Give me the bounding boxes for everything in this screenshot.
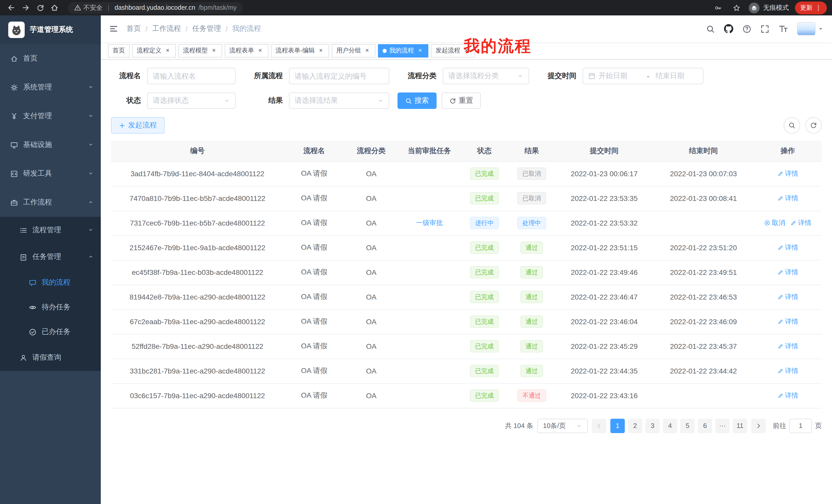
sidebar-item-workflow[interactable]: 工作流程 bbox=[0, 188, 101, 217]
tab-4[interactable]: 流程表单-编辑× bbox=[271, 44, 329, 57]
refresh-table-button[interactable] bbox=[805, 117, 822, 134]
tab-5[interactable]: 用户分组× bbox=[332, 44, 375, 57]
close-tab-icon[interactable]: × bbox=[317, 47, 324, 54]
detail-label: 详情 bbox=[785, 391, 798, 400]
tab-2[interactable]: 流程模型× bbox=[178, 44, 222, 57]
sidebar-item-system[interactable]: 系统管理 bbox=[0, 73, 101, 102]
sidebar-item-payment[interactable]: 支付管理 bbox=[0, 102, 101, 131]
owner-process-input[interactable] bbox=[295, 72, 384, 80]
sidebar-item-home[interactable]: 首页 bbox=[0, 44, 101, 73]
detail-link[interactable]: 详情 bbox=[777, 366, 798, 375]
app-logo[interactable]: 芋道管理系统 bbox=[0, 16, 101, 44]
user-avatar[interactable] bbox=[797, 22, 824, 35]
task-link[interactable]: 一级审批 bbox=[416, 218, 443, 228]
page-button-3[interactable]: 3 bbox=[645, 418, 660, 433]
tab-3[interactable]: 流程表单× bbox=[225, 44, 268, 57]
close-tab-icon[interactable]: × bbox=[364, 47, 371, 54]
sidebar-item-todo-tasks[interactable]: 待办任务 bbox=[0, 295, 101, 319]
tab-1[interactable]: 流程定义× bbox=[132, 44, 176, 57]
tab-0[interactable]: 首页 bbox=[108, 44, 130, 57]
cell-submit-time: 2022-01-22 23:43:16 bbox=[555, 383, 653, 408]
result-tag: 处理中 bbox=[517, 217, 546, 229]
page-button-5[interactable]: 5 bbox=[680, 418, 695, 433]
address-bar[interactable]: 不安全 | dashboard.yudao.iocoder.cn/bpm/tas… bbox=[68, 2, 243, 13]
browser-update-button[interactable]: 更新 bbox=[795, 1, 827, 14]
owner-process-label: 所属流程 bbox=[244, 72, 289, 81]
result-select[interactable]: 请选择流结果 bbox=[289, 92, 389, 109]
cell-submit-time: 2022-01-22 23:45:29 bbox=[555, 334, 653, 359]
create-process-button[interactable]: 发起流程 bbox=[111, 117, 164, 134]
date-range-picker[interactable]: 开始日期 - 结束日期 bbox=[582, 68, 703, 84]
font-size-icon[interactable] bbox=[779, 24, 788, 33]
detail-link[interactable]: 详情 bbox=[777, 268, 798, 277]
cell-status: 已完成 bbox=[461, 334, 508, 359]
pager-ellipsis[interactable]: ··· bbox=[715, 418, 730, 433]
breadcrumb-item[interactable]: 任务管理 bbox=[192, 24, 221, 33]
incognito-indicator[interactable]: 无痕模式 bbox=[749, 2, 789, 13]
status-select[interactable]: 请选择状态 bbox=[147, 92, 235, 109]
sidebar-item-label: 工作流程 bbox=[23, 198, 83, 207]
reset-button[interactable]: 重置 bbox=[442, 92, 481, 109]
table-row: 7317cec6-7b9b-11ec-b5b7-acde48001122OA 请… bbox=[111, 211, 822, 235]
chevron-down-icon bbox=[88, 83, 94, 91]
tab-label: 用户分组 bbox=[336, 46, 361, 55]
detail-link[interactable]: 详情 bbox=[790, 218, 811, 228]
breadcrumb-item[interactable]: 工作流程 bbox=[152, 24, 181, 33]
page-button-4[interactable]: 4 bbox=[663, 418, 677, 433]
breadcrumb-item[interactable]: 首页 bbox=[127, 24, 141, 33]
detail-link[interactable]: 详情 bbox=[777, 342, 798, 351]
search-button[interactable]: 搜索 bbox=[397, 92, 437, 109]
cancel-link[interactable]: 取消 bbox=[764, 218, 785, 228]
browser-home-button[interactable] bbox=[48, 2, 61, 14]
detail-label: 详情 bbox=[785, 169, 798, 178]
sidebar-item-leave-query[interactable]: 请假查询 bbox=[0, 344, 101, 371]
page-button-6[interactable]: 6 bbox=[698, 418, 712, 433]
toggle-search-button[interactable] bbox=[784, 117, 800, 134]
detail-link[interactable]: 详情 bbox=[777, 317, 798, 326]
close-tab-icon[interactable]: × bbox=[164, 47, 171, 54]
next-page-button[interactable] bbox=[751, 418, 766, 433]
chevron-down-icon bbox=[378, 97, 384, 104]
github-icon[interactable] bbox=[724, 24, 733, 33]
process-name-input[interactable] bbox=[153, 72, 230, 80]
sidebar-item-process-mgmt[interactable]: 流程管理 bbox=[0, 217, 101, 244]
prev-page-button[interactable] bbox=[592, 418, 606, 433]
detail-link[interactable]: 详情 bbox=[777, 292, 798, 302]
category-select[interactable]: 请选择流程分类 bbox=[443, 68, 529, 84]
sidebar-item-task-mgmt[interactable]: 任务管理 bbox=[0, 244, 101, 270]
browser-back-button[interactable] bbox=[5, 2, 18, 14]
bookmark-star-icon[interactable] bbox=[730, 2, 743, 14]
sidebar-item-done-tasks[interactable]: 已办任务 bbox=[0, 319, 101, 344]
detail-link[interactable]: 详情 bbox=[777, 243, 798, 252]
search-icon[interactable] bbox=[706, 24, 715, 33]
url-path: /bpm/task/my bbox=[199, 4, 237, 11]
browser-reload-button[interactable] bbox=[34, 2, 46, 14]
sidebar-item-infrastructure[interactable]: 基础设施 bbox=[0, 131, 101, 159]
calendar-icon bbox=[588, 73, 595, 80]
sidebar-item-my-process[interactable]: 我的流程 bbox=[0, 270, 101, 295]
page-size-select[interactable]: 10条/页 bbox=[537, 418, 588, 433]
detail-link[interactable]: 详情 bbox=[777, 194, 798, 203]
cell-submit-time: 2022-01-22 23:51:15 bbox=[555, 235, 653, 260]
result-tag: 已取消 bbox=[517, 167, 546, 180]
tab-6[interactable]: 我的流程× bbox=[378, 44, 428, 57]
page-button-11[interactable]: 11 bbox=[733, 418, 747, 433]
close-tab-icon[interactable]: × bbox=[257, 47, 264, 54]
hamburger-icon[interactable] bbox=[109, 24, 118, 33]
goto-input[interactable] bbox=[789, 418, 812, 433]
help-icon[interactable] bbox=[743, 24, 751, 33]
security-warning[interactable]: 不安全 bbox=[74, 3, 103, 12]
password-key-icon[interactable] bbox=[712, 2, 724, 14]
close-tab-icon[interactable]: × bbox=[210, 47, 217, 54]
browser-forward-button[interactable] bbox=[20, 2, 32, 14]
page-button-1[interactable]: 1 bbox=[610, 418, 625, 433]
close-tab-icon[interactable]: × bbox=[417, 47, 424, 54]
fullscreen-icon[interactable] bbox=[760, 24, 769, 33]
detail-link[interactable]: 详情 bbox=[777, 391, 798, 400]
chevron-down-icon bbox=[88, 141, 94, 149]
refresh-icon bbox=[449, 97, 456, 104]
detail-link[interactable]: 详情 bbox=[777, 169, 798, 178]
page-button-2[interactable]: 2 bbox=[628, 418, 642, 433]
status-tag: 已完成 bbox=[470, 315, 499, 328]
sidebar-item-devtools[interactable]: 研发工具 bbox=[0, 159, 101, 188]
